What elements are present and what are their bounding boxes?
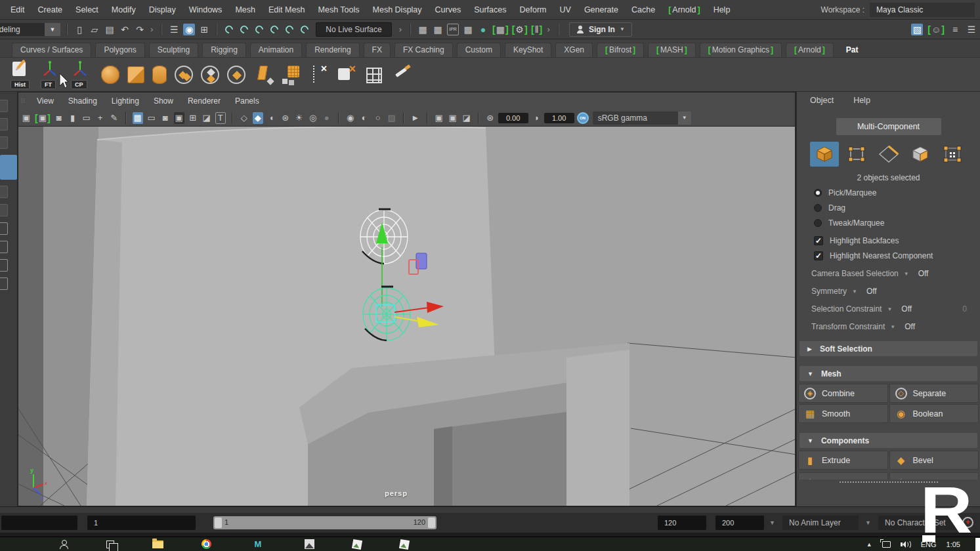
playback-end-field[interactable]: 120 [658, 516, 706, 530]
bookmark-icon[interactable]: ▮ [68, 112, 78, 124]
isolate-select-icon[interactable]: ◉ [345, 112, 356, 124]
shelf-tab[interactable]: KeyShot [505, 43, 551, 57]
shadows-icon[interactable]: ☀ [294, 112, 305, 124]
group-collapser[interactable]: › [148, 24, 155, 34]
object-mode-button[interactable] [810, 142, 839, 167]
shelf-tab[interactable]: FX [364, 43, 391, 57]
playback-start-field[interactable]: 1 [87, 516, 196, 530]
combine-icon[interactable] [175, 66, 193, 84]
viewport-menu-item[interactable]: Show [146, 95, 181, 107]
workspace-selector[interactable]: Maya Classic [870, 3, 975, 17]
layout-four-pane-icon[interactable] [0, 241, 8, 253]
shelf-tab[interactable]: Arnold [786, 43, 834, 57]
extrude-button[interactable]: ▮ Extrude [798, 451, 888, 470]
separate-icon[interactable] [201, 66, 219, 84]
viewport-menu-item[interactable]: Lighting [104, 95, 146, 107]
attribute-editor-icon[interactable]: ≡ [949, 24, 961, 35]
safe-action-icon[interactable]: ◪ [202, 112, 212, 124]
app-icon-2[interactable] [399, 539, 410, 549]
shelf-tab[interactable]: MASH [648, 43, 696, 57]
shelf-tab[interactable]: FX Caching [394, 43, 453, 57]
textured-mode-icon[interactable]: ◖ [266, 112, 277, 124]
viewport-menu-item[interactable]: Shading [61, 95, 104, 107]
bookmark-brackets-icon[interactable]: ▣ [35, 112, 51, 124]
menu-item[interactable]: Select [69, 4, 105, 16]
menu-item[interactable]: Display [142, 4, 182, 16]
camera-attributes-icon[interactable]: ▣ [21, 112, 32, 124]
combine-button[interactable]: ◈ Combine [798, 384, 888, 403]
xray-active-components-icon[interactable]: ○ [373, 112, 383, 124]
menu-item[interactable]: Surfaces [467, 4, 513, 16]
resolution-gate-icon[interactable]: ◙ [160, 112, 171, 124]
auto-keyframe-icon[interactable]: + [962, 517, 973, 528]
app-icon-1[interactable] [352, 539, 362, 549]
snap-curve-icon[interactable] [238, 24, 250, 35]
chevron-down-icon[interactable]: ▼ [865, 520, 871, 526]
dropdown-row[interactable]: Camera Based Selection ▼ Off [811, 269, 967, 278]
menu-item[interactable]: Mesh Tools [312, 4, 366, 16]
render-settings-icon[interactable]: ▦ [462, 24, 474, 35]
snap-point-icon[interactable] [253, 24, 265, 35]
menu-item[interactable]: UV [553, 4, 578, 16]
network-icon[interactable] [882, 541, 891, 548]
menu-item[interactable]: Curves [429, 4, 468, 16]
dropdown-row[interactable]: Transform Constraint ▼ Off [811, 322, 967, 331]
grease-pencil-icon[interactable]: ✎ [109, 112, 119, 124]
live-surface-field[interactable]: No Live Surface [316, 22, 391, 37]
gamma-icon[interactable]: ◑ [531, 112, 542, 124]
photos-icon[interactable] [305, 539, 314, 549]
camera-settings-icon[interactable]: ◙ [54, 112, 64, 124]
menu-item[interactable]: Deform [513, 4, 553, 16]
use-all-lights-icon[interactable]: ⊛ [280, 112, 291, 124]
shaded-mode-icon[interactable]: ◆ [253, 112, 263, 124]
group-collapser[interactable]: › [545, 24, 552, 34]
select-hierarchy-icon[interactable]: ☰ [168, 24, 180, 35]
menu-item[interactable]: Windows [182, 4, 229, 16]
panel-grip-icon[interactable]: ⁞⁞ [21, 98, 26, 104]
shelf-tab[interactable]: Rendering [306, 43, 359, 57]
exposure-field[interactable]: 0.00 [498, 113, 528, 123]
ipr-render-icon[interactable]: IPR [447, 24, 459, 35]
redo-icon[interactable]: ↷ [134, 24, 146, 35]
arnold-utilities-icon[interactable]: ‖ [531, 24, 543, 35]
render-view-icon[interactable]: ▦ [417, 24, 429, 35]
undo-icon[interactable]: ↶ [119, 24, 131, 35]
menu-item[interactable]: Edit [4, 4, 32, 16]
image-plane-display-icon[interactable]: ◪ [461, 112, 472, 124]
image-plane-icon[interactable]: ▭ [81, 112, 92, 124]
viewport-canvas[interactable]: y x z persp [18, 127, 795, 506]
shelf-tab[interactable]: Motion Graphics [700, 43, 782, 57]
shelf-tab[interactable]: Bifrost [597, 43, 644, 57]
volume-icon[interactable] [901, 541, 911, 548]
people-icon[interactable] [59, 540, 68, 549]
checkbox-option[interactable]: Highlight Backfaces [814, 236, 980, 245]
clock[interactable]: 1:05 [947, 541, 960, 548]
circularize-icon[interactable] [227, 66, 245, 84]
gamma-field[interactable]: 1.00 [544, 113, 574, 123]
dropdown-row[interactable]: Symmetry ▼ Off [811, 287, 967, 296]
crease-tool-icon[interactable] [391, 64, 411, 85]
object-menu[interactable]: Object [810, 96, 834, 105]
make-live-icon[interactable] [299, 24, 310, 35]
component-button[interactable]: ◆ [889, 472, 979, 480]
xray-icon[interactable]: ◐ [359, 112, 370, 124]
chevron-down-icon[interactable]: ▼ [769, 520, 775, 526]
arnold-renderview-icon[interactable]: ▦ [492, 24, 509, 35]
dropdown-row[interactable]: Selection Constraint ▼ Off 0 [811, 304, 967, 314]
shelf-tab[interactable]: XGen [555, 43, 593, 57]
grid-toggle-icon[interactable]: ▦ [133, 112, 143, 124]
menu-item[interactable]: Generate [578, 4, 625, 16]
menu-set-selector[interactable]: odeling ▼ [0, 23, 60, 36]
viewport-menu-item[interactable]: Renderer [181, 95, 228, 107]
range-start-handle[interactable] [215, 518, 222, 528]
save-scene-icon[interactable]: ▤ [104, 24, 116, 35]
scene-assembly-icon[interactable]: ▣ [434, 112, 444, 124]
quad-draw-icon[interactable] [336, 64, 356, 85]
shelf-tab[interactable]: Custom [457, 43, 501, 57]
range-slider[interactable]: 1 120 [213, 516, 437, 529]
checkbox-option[interactable]: Highlight Nearest Component [814, 251, 980, 260]
snap-grid-icon[interactable] [223, 24, 235, 35]
bevel-button[interactable]: ◆ Bevel [889, 451, 979, 470]
anim-end-field[interactable]: 200 [715, 516, 764, 530]
hypershade-icon[interactable]: ● [477, 24, 489, 35]
